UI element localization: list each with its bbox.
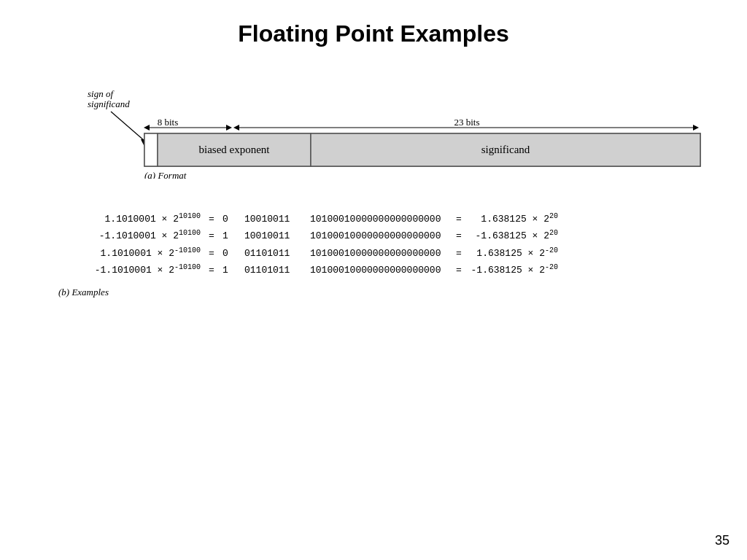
ex4-sigbits: 10100010000000000000000	[310, 262, 456, 279]
ex2-sign: 1	[222, 228, 244, 244]
ex1-sign: 0	[222, 211, 244, 228]
format-caption: (a) Format	[144, 170, 187, 179]
ex3-left: 1.1010001 × 2-10100	[66, 245, 201, 262]
bits-23-label: 23 bits	[454, 117, 479, 128]
ex3-expbits: 01101011	[244, 245, 310, 262]
ex4-sign: 1	[222, 262, 244, 279]
sign-cell	[144, 133, 158, 166]
ex1-eq2: =	[456, 211, 471, 228]
ex3-sigbits: 10100010000000000000000	[310, 245, 456, 262]
ex3-right: 1.638125 × 2-20	[471, 245, 558, 262]
ex4-eq2: =	[456, 262, 471, 279]
page-number: 35	[715, 533, 729, 548]
sign-label-line1: sign of	[88, 88, 115, 99]
format-section: sign of significand 8 bits 23 bits	[44, 84, 703, 182]
ex1-left: 1.1010001 × 210100	[66, 211, 201, 228]
ex3-sign: 0	[222, 245, 244, 262]
examples-section: 1.1010001 × 210100 = 0 10010011 10100010…	[44, 211, 703, 298]
ex1-sigbits: 10100010000000000000000	[310, 211, 456, 228]
ex2-left: -1.1010001 × 210100	[66, 228, 201, 244]
example-row-4: -1.1010001 × 2-10100 = 1 01101011 101000…	[66, 262, 703, 279]
bits-8-label: 8 bits	[158, 117, 179, 128]
8bit-left-arrowhead	[144, 125, 150, 131]
ex3-eq2: =	[456, 245, 471, 262]
examples-caption: (b) Examples	[58, 287, 703, 298]
sign-label-line2: significand	[88, 98, 130, 109]
exponent-label: biased exponent	[198, 144, 270, 155]
ex1-expbits: 10010011	[244, 211, 310, 228]
ex3-eq1: =	[201, 245, 222, 262]
content-area: sign of significand 8 bits 23 bits	[0, 55, 747, 313]
example-row-2: -1.1010001 × 210100 = 1 10010011 1010001…	[66, 228, 703, 244]
sign-arrow-line	[111, 112, 144, 141]
ex1-right: 1.638125 × 220	[471, 211, 558, 228]
example-row-3: 1.1010001 × 2-10100 = 0 01101011 1010001…	[66, 245, 703, 262]
ex2-eq1: =	[201, 228, 222, 244]
8bit-right-arrowhead	[226, 125, 232, 131]
ex4-right: -1.638125 × 2-20	[471, 262, 558, 279]
23bit-right-arrowhead	[693, 125, 699, 131]
significand-label: significand	[481, 144, 530, 155]
page-title: Floating Point Examples	[0, 0, 747, 55]
ex4-eq1: =	[201, 262, 222, 279]
example-row-1: 1.1010001 × 210100 = 0 10010011 10100010…	[66, 211, 703, 228]
format-diagram: sign of significand 8 bits 23 bits	[80, 84, 737, 179]
ex1-eq1: =	[201, 211, 222, 228]
23bit-left-arrowhead	[233, 125, 239, 131]
ex2-right: -1.638125 × 220	[471, 228, 558, 244]
ex2-eq2: =	[456, 228, 471, 244]
ex2-sigbits: 10100010000000000000000	[310, 228, 456, 244]
ex4-left: -1.1010001 × 2-10100	[66, 262, 201, 279]
ex4-expbits: 01101011	[244, 262, 310, 279]
ex2-expbits: 10010011	[244, 228, 310, 244]
